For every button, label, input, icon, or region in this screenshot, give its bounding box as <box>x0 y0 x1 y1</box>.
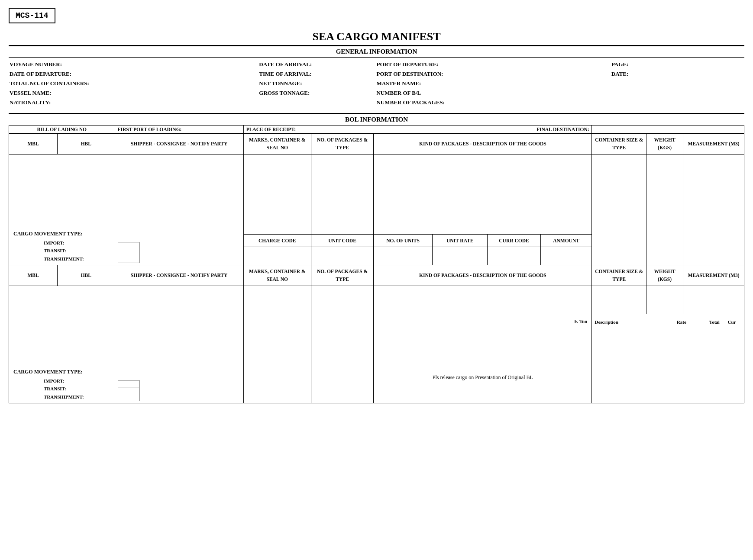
divider <box>9 113 744 114</box>
label-date: DATE: <box>611 71 743 77</box>
label-voyage-number: VOYAGE NUMBER: <box>10 61 259 68</box>
cell-charge[interactable] <box>433 247 488 253</box>
hdr-mcs: MARKS, CONTAINER & SEAL NO <box>243 265 311 286</box>
label-cargo-movement-type: CARGO MOVEMENT TYPE: <box>13 369 83 375</box>
hdr-container: CONTAINER SIZE & TYPE <box>592 265 646 286</box>
hdr-measurement: MEASUREMENT (M3) <box>683 134 744 154</box>
label-cur: Cur <box>720 319 744 325</box>
cell-charge[interactable] <box>488 259 540 265</box>
hdr-place-final: PLACE OF RECEIPT: FINAL DESTINATION: <box>243 126 592 134</box>
cell-packages[interactable] <box>311 154 373 234</box>
checkbox-transit[interactable] <box>118 249 139 256</box>
label-release-note: Pls release cargo on Presentation of Ori… <box>374 374 591 381</box>
checkbox-transhipment[interactable] <box>118 394 139 401</box>
cell-description[interactable] <box>374 286 592 314</box>
cell-charge[interactable] <box>374 247 433 253</box>
label-total: Total <box>686 319 720 325</box>
label-nationality: NATIONALITY: <box>10 99 259 106</box>
cell-charge[interactable] <box>540 247 592 253</box>
cell-charge[interactable] <box>243 253 311 259</box>
cell-charge[interactable] <box>243 247 311 253</box>
label-number-of-packages: NUMBER OF PACKAGES: <box>376 99 611 106</box>
cell-weight[interactable] <box>646 154 683 265</box>
hdr-scn: SHIPPER - CONSIGNEE - NOTIFY PARTY <box>115 134 243 154</box>
hdr-kind: KIND OF PACKAGES - DESCRIPTION OF THE GO… <box>374 265 592 286</box>
hdr-anmount: ANMOUNT <box>540 234 592 247</box>
cell-charge[interactable] <box>311 247 373 253</box>
hdr-mbl: MBL <box>9 265 58 286</box>
cell-charge[interactable] <box>243 259 311 265</box>
hdr-weight: WEIGHT (KGS) <box>646 134 683 154</box>
label-place-of-receipt: PLACE OF RECEIPT: <box>246 127 296 132</box>
hdr-hbl: HBL <box>58 265 115 286</box>
cell-charge[interactable] <box>433 253 488 259</box>
checkbox-import[interactable] <box>118 242 139 249</box>
hdr-unit-code: UNIT CODE <box>311 234 373 247</box>
label-description: Description <box>592 319 650 325</box>
label-page: PAGE: <box>611 61 743 68</box>
cell-charge[interactable] <box>540 253 592 259</box>
cell-charge[interactable] <box>488 247 540 253</box>
label-port-of-destination: PORT OF DESTINATION: <box>376 71 611 77</box>
label-rate: Rate <box>650 319 686 325</box>
page-title: SEA CARGO MANIFEST <box>9 30 744 43</box>
cell-measurement[interactable] <box>683 154 744 265</box>
hdr-kind: KIND OF PACKAGES - DESCRIPTION OF THE GO… <box>374 134 592 154</box>
cell-container[interactable] <box>592 286 646 314</box>
cell-marks[interactable] <box>243 154 311 234</box>
checkbox-transhipment[interactable] <box>118 256 139 263</box>
label-master-name: MASTER NAME: <box>376 80 611 87</box>
hdr-hbl: HBL <box>58 134 115 154</box>
cell-weight[interactable] <box>646 286 683 314</box>
general-info-block: VOYAGE NUMBER: DATE OF ARRIVAL: PORT OF … <box>9 58 744 112</box>
bol-info-heading: BOL INFORMATION <box>9 116 744 123</box>
label-transhipment: TRANSHIPMENT: <box>44 255 84 263</box>
hdr-weight: WEIGHT (KGS) <box>646 265 683 286</box>
cell-charge[interactable] <box>540 259 592 265</box>
hdr-no-units: NO. OF UNITS <box>374 234 433 247</box>
label-final-destination: FINAL DESTINATION: <box>536 127 589 132</box>
hdr-measurement: MEASUREMENT (M3) <box>683 265 744 286</box>
label-transit: TRANSIT: <box>44 385 84 393</box>
label-time-of-arrival: TIME OF ARRIVAL: <box>259 71 376 77</box>
hdr-container: CONTAINER SIZE & TYPE <box>592 134 646 154</box>
checkbox-transit[interactable] <box>118 387 139 394</box>
label-port-of-departure: PORT OF DEPARTURE: <box>376 61 611 68</box>
general-info-heading: GENERAL INFORMATION <box>9 48 744 55</box>
cell-charge[interactable] <box>433 259 488 265</box>
label-net-tonnage: NET TONNAGE: <box>259 80 376 87</box>
label-import: IMPORT: <box>44 239 84 247</box>
hdr-mcs: MARKS, CONTAINER & SEAL NO <box>243 134 311 154</box>
label-date-of-departure: DATE OF DEPARTURE: <box>10 71 259 77</box>
label-transhipment: TRANSHIPMENT: <box>44 393 84 401</box>
label-import: IMPORT: <box>44 377 84 385</box>
cell-charge[interactable] <box>311 259 373 265</box>
hdr-npt: NO. OF PACKAGES & TYPE <box>311 265 373 286</box>
form-code: MCS-114 <box>9 8 55 23</box>
cell-charge[interactable] <box>311 253 373 259</box>
hdr-bill-of-lading: BILL OF LADING NO <box>9 126 115 134</box>
divider <box>9 45 744 46</box>
cell-description[interactable] <box>374 154 592 234</box>
cell-container[interactable] <box>592 154 646 265</box>
hdr-mbl: MBL <box>9 134 58 154</box>
label-date-of-arrival: DATE OF ARRIVAL: <box>259 61 376 68</box>
cell-packages[interactable] <box>311 286 373 403</box>
label-transit: TRANSIT: <box>44 247 84 255</box>
label-total-containers: TOTAL NO. OF CONTAINERS: <box>10 80 259 87</box>
cell-charge[interactable] <box>374 253 433 259</box>
checkbox-import[interactable] <box>118 380 139 387</box>
label-vessel-name: VESSEL NAME: <box>10 90 259 97</box>
bol-table: BILL OF LADING NO FIRST PORT OF LOADING:… <box>9 125 744 403</box>
label-gross-tonnage: GROSS TONNAGE: <box>259 90 376 97</box>
cell-measurement[interactable] <box>683 286 744 314</box>
hdr-unit-rate: UNIT RATE <box>433 234 488 247</box>
cell-charge[interactable] <box>374 259 433 265</box>
label-f-ton: F. Ton <box>574 319 587 324</box>
cell-marks[interactable] <box>243 286 311 403</box>
divider <box>9 57 744 58</box>
hdr-scn: SHIPPER - CONSIGNEE - NOTIFY PARTY <box>115 265 243 286</box>
label-cargo-movement-type: CARGO MOVEMENT TYPE: <box>13 231 83 237</box>
cell-charge[interactable] <box>488 253 540 259</box>
hdr-npt: NO. OF PACKAGES & TYPE <box>311 134 373 154</box>
